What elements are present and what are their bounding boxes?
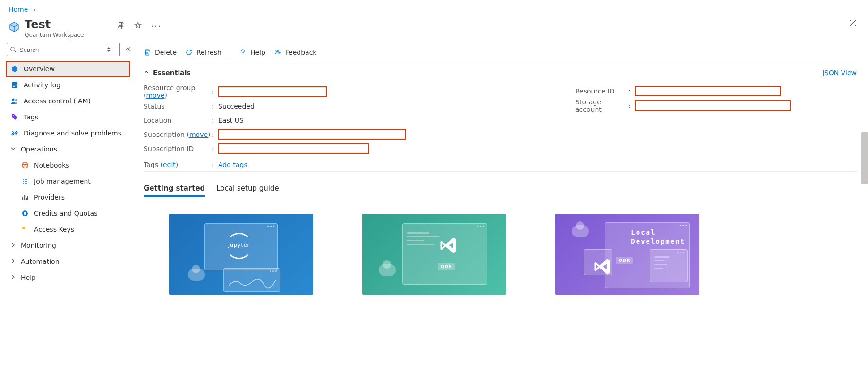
breadcrumb-home[interactable]: Home: [9, 6, 28, 13]
svg-rect-3: [13, 85, 17, 85]
svg-rect-2: [13, 84, 17, 84]
sidebar-item-notebooks[interactable]: Notebooks: [7, 157, 133, 173]
sidebar-item-providers[interactable]: Providers: [7, 189, 133, 205]
cloud-icon: [188, 269, 205, 281]
essentials-title: Essentials: [153, 69, 191, 76]
getting-started-cards: jupyter QD: [144, 214, 857, 295]
sidebar-item-label: Diagnose and solve problems: [24, 129, 121, 137]
sidebar-item-label: Providers: [34, 194, 65, 201]
credits-quotas-icon: [21, 209, 29, 218]
chevron-right-icon: ›: [33, 5, 36, 14]
move-link[interactable]: move: [189, 131, 208, 138]
svg-point-6: [15, 99, 17, 101]
collapse-sidebar-icon[interactable]: [125, 46, 131, 54]
prop-label: Location: [144, 117, 212, 124]
prop-location: Location : East US: [144, 113, 406, 127]
sidebar-item-label: Notebooks: [34, 161, 69, 169]
sidebar-item-activity-log[interactable]: Activity log: [7, 77, 133, 93]
essentials-header[interactable]: Essentials JSON View: [144, 66, 857, 79]
window-graphic: [584, 249, 612, 275]
favorite-star-icon[interactable]: [134, 21, 142, 31]
redacted-value: [218, 143, 369, 154]
sidebar-group-label: Help: [21, 274, 36, 281]
sidebar-group-monitoring[interactable]: Monitoring: [7, 237, 133, 253]
sidebar-item-overview[interactable]: Overview: [6, 61, 130, 77]
prop-subscription: Subscription (move) :: [144, 127, 406, 142]
move-link[interactable]: move: [146, 92, 164, 99]
sidebar-group-label: Automation: [21, 258, 60, 265]
activity-log-icon: [10, 81, 19, 89]
scrollbar[interactable]: [861, 132, 868, 184]
feedback-button[interactable]: Feedback: [274, 49, 317, 56]
chevron-up-icon: [144, 69, 153, 76]
sidebar-group-label: Operations: [21, 145, 57, 153]
sidebar-group-help[interactable]: Help: [7, 269, 133, 286]
tags-icon: [10, 113, 19, 121]
vscode-icon: [592, 256, 613, 278]
qdk-badge: QDK: [438, 263, 455, 270]
sidebar-item-job-management[interactable]: Job management: [7, 173, 133, 189]
job-management-icon: [21, 177, 29, 185]
sidebar-item-label: Credits and Quotas: [34, 210, 97, 217]
quantum-workspace-icon: [9, 21, 20, 33]
main-content: Delete Refresh Help Feedback: [133, 41, 868, 295]
sidebar-group-operations[interactable]: Operations: [7, 141, 133, 157]
search-icon: [10, 46, 17, 53]
card-jupyter-notebooks[interactable]: jupyter: [169, 214, 313, 295]
svg-point-5: [12, 99, 15, 101]
cloud-icon: [379, 264, 396, 276]
close-icon[interactable]: [849, 19, 857, 28]
help-icon: [239, 49, 247, 56]
prop-label: Resource ID: [575, 87, 628, 95]
qdk-badge: QDK: [616, 257, 633, 264]
notebooks-icon: [21, 161, 29, 169]
svg-point-13: [276, 50, 278, 52]
refresh-button[interactable]: Refresh: [185, 49, 221, 56]
add-tags-link[interactable]: Add tags: [218, 161, 247, 168]
refresh-icon: [185, 49, 193, 56]
access-keys-icon: [21, 225, 29, 234]
delete-button[interactable]: Delete: [144, 49, 177, 56]
prop-resource-id: Resource ID :: [575, 84, 791, 98]
json-view-link[interactable]: JSON View: [823, 69, 857, 76]
sidebar-item-label: Access control (IAM): [24, 97, 91, 105]
sidebar-item-access-control[interactable]: Access control (IAM): [7, 93, 133, 109]
sidebar-item-credits-quotas[interactable]: Credits and Quotas: [7, 205, 133, 221]
sidebar-item-label: Activity log: [24, 81, 60, 89]
cloud-icon: [572, 225, 589, 237]
redacted-value: [218, 129, 406, 140]
card-local-development[interactable]: LocalDevelopment QDK: [555, 214, 699, 295]
more-icon[interactable]: ···: [151, 22, 162, 31]
page-subtitle: Quantum Workspace: [25, 32, 84, 38]
card-logo-text: jupyter: [226, 242, 252, 248]
help-button[interactable]: Help: [239, 49, 265, 56]
prop-label: Subscription ID: [144, 145, 212, 152]
window-graphic: [223, 268, 280, 292]
search-input[interactable]: [19, 46, 117, 53]
essentials-properties: Resource group (move) : Status : Succeed…: [144, 84, 857, 156]
sidebar-group-automation[interactable]: Automation: [7, 253, 133, 269]
access-control-icon: [10, 97, 19, 105]
vscode-icon: [438, 235, 459, 257]
sidebar-item-tags[interactable]: Tags: [7, 109, 133, 125]
prop-storage-account: Storage account :: [575, 98, 791, 113]
tab-getting-started[interactable]: Getting started: [144, 181, 205, 197]
svg-point-12: [22, 227, 25, 229]
sidebar-item-label: Job management: [34, 177, 91, 185]
svg-rect-4: [13, 86, 15, 87]
sidebar-item-diagnose[interactable]: Diagnose and solve problems: [7, 125, 133, 141]
redacted-value: [635, 100, 791, 111]
toolbar-divider: [230, 48, 230, 57]
sidebar: Overview Activity log Access control (IA…: [0, 41, 133, 295]
redacted-value: [218, 86, 327, 97]
prop-status: Status : Succeeded: [144, 99, 406, 113]
card-vscode[interactable]: QDK: [362, 214, 506, 295]
tab-local-setup[interactable]: Local setup guide: [216, 181, 279, 197]
sidebar-search[interactable]: [7, 43, 120, 56]
pin-icon[interactable]: [117, 21, 125, 31]
edit-tags-link[interactable]: edit: [163, 161, 176, 168]
button-label: Refresh: [196, 49, 221, 56]
content-tabs: Getting started Local setup guide: [144, 181, 857, 197]
sidebar-group-label: Monitoring: [21, 242, 56, 249]
sidebar-item-access-keys[interactable]: Access Keys: [7, 221, 133, 237]
